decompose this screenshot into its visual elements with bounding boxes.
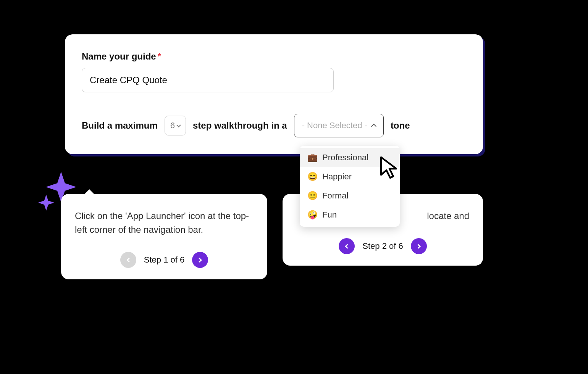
step-count-select[interactable]: 6 bbox=[165, 116, 186, 135]
step-1-prev-button bbox=[120, 252, 136, 268]
step-2-nav: Step 2 of 6 bbox=[296, 238, 469, 254]
tone-option-formal[interactable]: 😐 Formal bbox=[300, 186, 400, 205]
neutral-face-icon: 😐 bbox=[307, 191, 318, 201]
briefcase-icon: 💼 bbox=[307, 153, 318, 163]
build-suffix-text: tone bbox=[391, 120, 410, 131]
chevron-up-icon bbox=[371, 124, 376, 129]
step-2-label: Step 2 of 6 bbox=[362, 241, 403, 251]
step-count-value: 6 bbox=[170, 121, 175, 131]
tone-option-label: Fun bbox=[322, 210, 337, 220]
name-label: Name your guide* bbox=[82, 51, 466, 62]
chevron-down-icon bbox=[176, 123, 181, 127]
chevron-left-icon bbox=[126, 258, 131, 263]
tone-option-fun[interactable]: 🤪 Fun bbox=[300, 205, 400, 224]
smile-icon: 😄 bbox=[307, 172, 318, 182]
walkthrough-step-1-card: Click on the 'App Launcher' icon at the … bbox=[61, 194, 267, 279]
step-1-text: Click on the 'App Launcher' icon at the … bbox=[75, 209, 254, 237]
step-1-next-button[interactable] bbox=[192, 252, 208, 268]
step-2-prev-button[interactable] bbox=[339, 238, 355, 254]
tone-option-label: Professional bbox=[322, 153, 368, 163]
tone-select[interactable]: - None Selected - bbox=[294, 114, 384, 137]
zany-face-icon: 🤪 bbox=[307, 210, 318, 220]
tone-option-label: Formal bbox=[322, 191, 348, 201]
step-1-nav: Step 1 of 6 bbox=[75, 252, 254, 268]
builder-sentence: Build a maximum 6 step walkthrough in a … bbox=[82, 114, 466, 137]
build-middle-text: step walkthrough in a bbox=[193, 120, 287, 131]
build-prefix-text: Build a maximum bbox=[82, 120, 158, 131]
step-1-label: Step 1 of 6 bbox=[144, 255, 184, 265]
cursor-icon bbox=[378, 155, 402, 179]
name-label-text: Name your guide bbox=[82, 51, 156, 61]
chevron-left-icon bbox=[345, 244, 350, 249]
step-2-next-button[interactable] bbox=[411, 238, 427, 254]
chevron-right-icon bbox=[197, 258, 202, 263]
tone-placeholder: - None Selected - bbox=[302, 121, 367, 131]
chevron-right-icon bbox=[416, 244, 421, 249]
required-indicator: * bbox=[158, 51, 161, 61]
guide-form-card: Name your guide* Build a maximum 6 step … bbox=[65, 34, 483, 154]
tone-option-label: Happier bbox=[322, 172, 352, 182]
guide-name-input[interactable] bbox=[82, 68, 334, 92]
